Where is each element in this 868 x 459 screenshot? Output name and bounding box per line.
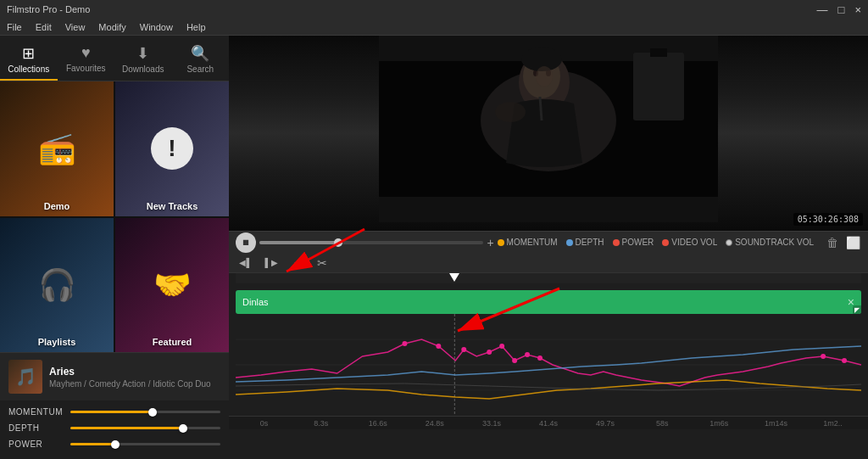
svg-point-21 bbox=[487, 350, 492, 355]
momentum-slider[interactable] bbox=[70, 411, 220, 413]
transport-cut[interactable]: ✂ bbox=[312, 253, 332, 273]
tick-0: 0s bbox=[236, 419, 292, 428]
main-layout: ⊞ Collections ♥ Favourites ⬇ Downloads 🔍… bbox=[0, 36, 868, 459]
newtracks-label: New Tracks bbox=[115, 201, 229, 211]
export-icon[interactable]: ⬜ bbox=[844, 234, 861, 251]
parameter-chart bbox=[236, 314, 861, 416]
menu-modify[interactable]: Modify bbox=[98, 22, 125, 32]
now-playing-subtitle: Mayhem / Comedy Action / Idiotic Cop Duo bbox=[49, 379, 220, 389]
sidebar: ⊞ Collections ♥ Favourites ⬇ Downloads 🔍… bbox=[0, 36, 229, 459]
svg-point-25 bbox=[537, 355, 542, 361]
videovol-dot bbox=[662, 239, 669, 246]
svg-point-26 bbox=[821, 354, 826, 359]
tab-search[interactable]: 🔍 Search bbox=[172, 41, 230, 81]
title-bar: Filmstro Pro - Demo — □ × bbox=[0, 0, 868, 19]
svg-rect-2 bbox=[379, 197, 718, 222]
menu-view[interactable]: View bbox=[65, 22, 86, 32]
power-tc-text: POWER bbox=[622, 238, 654, 247]
playhead-ruler bbox=[236, 273, 861, 283]
svg-point-24 bbox=[525, 352, 530, 357]
timeline-scrubber[interactable] bbox=[259, 241, 483, 244]
tab-favourites[interactable]: ♥ Favourites bbox=[58, 41, 115, 81]
video-scene bbox=[379, 36, 718, 222]
transport-nudge-right[interactable]: ▌▶ bbox=[261, 253, 281, 273]
parameter-labels: MOMENTUM DEPTH POWER VIDEO VOL SOUNDTRAC… bbox=[498, 234, 861, 251]
now-playing-info: Aries Mayhem / Comedy Action / Idiotic C… bbox=[49, 366, 220, 389]
depth-thumb[interactable] bbox=[179, 424, 187, 433]
scrubber-fill bbox=[259, 241, 338, 244]
featured-bg: 🤝 bbox=[115, 218, 229, 353]
track-area: Dinlas × ◤ bbox=[229, 273, 868, 459]
momentum-row: MOMENTUM bbox=[8, 407, 220, 417]
timeline-controls-bar: ⏹ + MOMENTUM DEPTH POWER bbox=[229, 231, 868, 253]
tab-collections[interactable]: ⊞ Collections bbox=[0, 41, 58, 81]
now-playing-thumbnail: 🎵 bbox=[8, 360, 42, 394]
downloads-icon: ⬇ bbox=[136, 44, 149, 63]
collection-grid: 📻 Demo ! New Tracks 🎧 Playlists 🤝 bbox=[0, 81, 229, 352]
window-title: Filmstro Pro - Demo bbox=[7, 4, 90, 14]
grid-cell-featured[interactable]: 🤝 Featured bbox=[115, 218, 229, 353]
video-timecode: 05:30:26:308 bbox=[793, 213, 863, 226]
playlists-bg: 🎧 bbox=[0, 218, 114, 353]
grid-cell-newtracks[interactable]: ! New Tracks bbox=[115, 81, 229, 216]
power-thumb[interactable] bbox=[111, 440, 120, 449]
now-playing-bar: 🎵 Aries Mayhem / Comedy Action / Idiotic… bbox=[0, 352, 229, 400]
tick-3: 24.8s bbox=[406, 419, 463, 428]
svg-point-19 bbox=[436, 344, 441, 349]
track-bar: Dinlas × ◤ bbox=[236, 290, 861, 314]
close-btn[interactable]: × bbox=[854, 3, 861, 16]
grid-cell-demo[interactable]: 📻 Demo bbox=[0, 81, 114, 216]
collections-icon: ⊞ bbox=[22, 44, 35, 63]
videovol-tc-label: VIDEO VOL bbox=[662, 238, 717, 247]
tick-2: 16.6s bbox=[349, 419, 406, 428]
power-dot bbox=[613, 239, 620, 246]
track-expand-button[interactable]: ◤ bbox=[853, 305, 861, 314]
minimize-btn[interactable]: — bbox=[817, 3, 828, 16]
favourites-icon: ♥ bbox=[81, 44, 91, 62]
menu-file[interactable]: File bbox=[7, 22, 22, 32]
menu-bar: File Edit View Modify Window Help bbox=[0, 19, 868, 36]
svg-point-20 bbox=[461, 347, 466, 352]
depth-dot bbox=[566, 239, 573, 246]
content-area: 05:30:26:308 ⏹ + MOMENTUM DEPTH bbox=[229, 36, 868, 459]
video-frame bbox=[229, 36, 868, 231]
tick-7: 58s bbox=[634, 419, 691, 428]
svg-rect-4 bbox=[650, 48, 667, 57]
depth-label: DEPTH bbox=[8, 423, 64, 433]
grid-cell-playlists[interactable]: 🎧 Playlists bbox=[0, 218, 114, 353]
power-slider[interactable] bbox=[70, 443, 220, 445]
svg-point-11 bbox=[495, 102, 526, 122]
transport-row: ◀▌ ▌▶ ↔ ✂ bbox=[229, 253, 868, 273]
svg-point-23 bbox=[512, 358, 517, 363]
depth-fill bbox=[70, 427, 183, 429]
tab-favourites-label: Favourites bbox=[66, 64, 106, 73]
maximize-btn[interactable]: □ bbox=[838, 3, 845, 16]
svg-point-22 bbox=[499, 344, 504, 349]
tab-downloads[interactable]: ⬇ Downloads bbox=[114, 41, 172, 81]
menu-help[interactable]: Help bbox=[186, 22, 206, 32]
delete-icon[interactable]: 🗑 bbox=[824, 234, 841, 251]
tab-collections-label: Collections bbox=[8, 64, 49, 74]
menu-window[interactable]: Window bbox=[140, 22, 173, 32]
svg-point-27 bbox=[842, 358, 847, 363]
tick-9: 1m14s bbox=[748, 419, 804, 428]
window-controls[interactable]: — □ × bbox=[817, 3, 861, 16]
demo-label: Demo bbox=[0, 201, 114, 211]
svg-point-12 bbox=[536, 66, 553, 87]
momentum-thumb[interactable] bbox=[148, 408, 157, 417]
demo-bg: 📻 bbox=[0, 81, 114, 216]
svg-point-18 bbox=[402, 341, 407, 346]
timeline-expand-icon[interactable]: + bbox=[487, 236, 493, 249]
momentum-tc-label: MOMENTUM bbox=[498, 238, 558, 247]
newtracks-bg: ! bbox=[115, 81, 229, 216]
parameter-controls: MOMENTUM DEPTH POWER bbox=[0, 400, 229, 459]
tab-downloads-label: Downloads bbox=[122, 64, 164, 74]
menu-edit[interactable]: Edit bbox=[36, 22, 52, 32]
transport-trim[interactable]: ↔ bbox=[287, 253, 307, 273]
scrubber-head[interactable] bbox=[334, 238, 342, 247]
depth-tc-label: DEPTH bbox=[566, 238, 604, 247]
play-stop-button[interactable]: ⏹ bbox=[236, 232, 256, 253]
depth-slider[interactable] bbox=[70, 427, 220, 429]
transport-nudge-left[interactable]: ◀▌ bbox=[236, 253, 256, 273]
tick-8: 1m6s bbox=[691, 419, 748, 428]
